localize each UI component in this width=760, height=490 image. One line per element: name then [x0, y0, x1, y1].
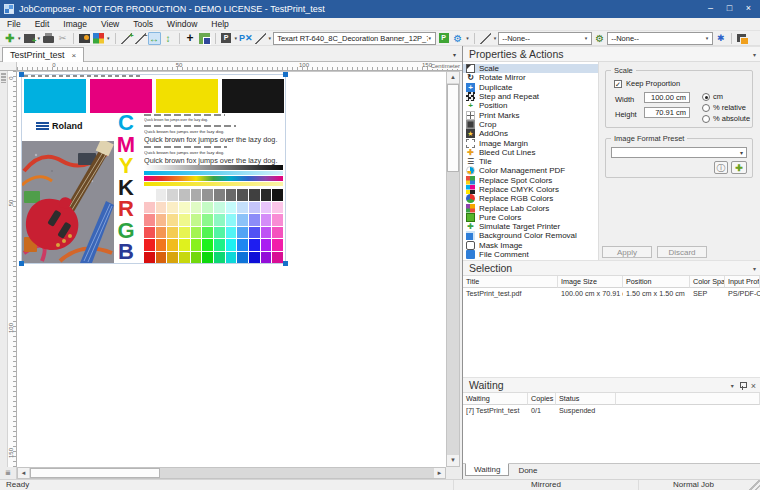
tab-list-chevron[interactable]: ▾: [453, 51, 456, 58]
prop-item-pure-colors[interactable]: Pure Colors: [463, 213, 598, 222]
hotfolder-preset-select[interactable]: --None-- ▾: [498, 32, 592, 45]
selection-handle-bl[interactable]: [19, 261, 24, 266]
tools-button[interactable]: ✂: [56, 32, 69, 45]
fit-width-button[interactable]: ↔: [148, 32, 161, 45]
selection-handle-tr[interactable]: [283, 72, 288, 77]
prop-item-image-margin[interactable]: Image Margin: [463, 138, 598, 147]
panel-menu-chevron-icon[interactable]: ▾: [753, 48, 756, 62]
prop-item-bleed-cut-lines[interactable]: Bleed Cut Lines: [463, 148, 598, 157]
table-cell[interactable]: 1.50 cm x 1.50 cm: [623, 288, 690, 300]
prop-item-step-repeat[interactable]: Step and Repeat: [463, 92, 598, 101]
menu-edit[interactable]: Edit: [28, 18, 57, 30]
column-header[interactable]: Waiting: [463, 393, 528, 405]
fit-page-button[interactable]: [198, 32, 211, 45]
color-swatches-caret[interactable]: ▾: [107, 35, 110, 41]
horizontal-scrollbar[interactable]: ◄ ►: [17, 467, 446, 479]
width-field[interactable]: [644, 92, 690, 103]
column-header[interactable]: Status: [556, 393, 616, 405]
menu-help[interactable]: Help: [204, 18, 235, 30]
table-cell[interactable]: 0/1: [528, 405, 556, 417]
column-header[interactable]: Title: [463, 276, 558, 288]
pin-icon[interactable]: [739, 382, 746, 390]
selection-handle-tl[interactable]: [19, 72, 24, 77]
column-header[interactable]: [616, 393, 760, 405]
apply-button[interactable]: Apply: [602, 246, 652, 258]
table-cell[interactable]: SEP: [690, 288, 725, 300]
cut-settings-button[interactable]: ✱: [714, 32, 727, 45]
printer-preset-select[interactable]: Texart RT-640_8C_Decoration Banner_12P_7…: [273, 32, 436, 45]
preset-info-button[interactable]: ⓘ: [714, 161, 728, 174]
hotfolder-wand-caret[interactable]: ▾: [494, 35, 497, 41]
add-image-button[interactable]: [23, 32, 36, 45]
table-cell[interactable]: [7] TestPrint_test: [463, 405, 528, 417]
unit-cm-radio[interactable]: [702, 93, 710, 101]
table-cell[interactable]: PS/PDF-CMS: [725, 288, 760, 300]
preset-add-button[interactable]: ✚: [731, 161, 747, 174]
scroll-right-arrow[interactable]: ►: [434, 468, 445, 478]
apply-preset-button[interactable]: [437, 32, 450, 45]
vertical-scroll-thumb[interactable]: [447, 84, 459, 172]
preset-wand-caret[interactable]: ▾: [269, 35, 272, 41]
table-cell[interactable]: TestPrint_test.pdf: [463, 288, 558, 300]
panel-menu-chevron-icon[interactable]: ▾: [753, 262, 756, 276]
menu-view[interactable]: View: [94, 18, 126, 30]
settings-button[interactable]: ⚙: [593, 32, 606, 45]
minimize-button[interactable]: –: [701, 2, 720, 16]
resize-grip[interactable]: [748, 480, 760, 490]
prop-item-position[interactable]: Position: [463, 101, 598, 110]
new-job-menu-caret[interactable]: ▾: [18, 35, 21, 41]
prop-item-addons[interactable]: AddOns: [463, 129, 598, 138]
close-button[interactable]: ×: [739, 2, 758, 16]
table-cell[interactable]: [616, 405, 760, 417]
image-format-preset-select[interactable]: ▾: [611, 147, 747, 158]
print-queue-caret[interactable]: ▾: [235, 35, 238, 41]
prop-item-replace-rgb[interactable]: Replace RGB Colors: [463, 194, 598, 203]
column-header[interactable]: Image Size: [558, 276, 623, 288]
menu-image[interactable]: Image: [56, 18, 94, 30]
table-cell[interactable]: 100.00 cm x 70.91 cm: [558, 288, 623, 300]
column-header[interactable]: Position: [623, 276, 690, 288]
unit-percent-absolute-radio[interactable]: [702, 115, 710, 123]
column-header[interactable]: Color Space: [690, 276, 725, 288]
new-job-button[interactable]: ✚: [3, 32, 16, 45]
layout-canvas[interactable]: Roland CMYKRGB: [17, 71, 446, 467]
scroll-down-arrow[interactable]: ▼: [447, 455, 459, 466]
zoom-in-button[interactable]: [120, 32, 133, 45]
rip-cancel-button[interactable]: [239, 32, 253, 45]
prop-item-rotate-mirror[interactable]: Rotate Mirror: [463, 73, 598, 82]
prop-item-bg-removal[interactable]: Background Color Removal: [463, 231, 598, 240]
prop-item-mask-image[interactable]: Mask Image: [463, 241, 598, 250]
prop-item-replace-lab[interactable]: Replace Lab Colors: [463, 203, 598, 212]
cut-preset-select[interactable]: --None-- ▾: [607, 32, 713, 45]
document-tab[interactable]: TestPrint_test ×: [2, 47, 84, 62]
keep-proportion-checkbox[interactable]: [614, 80, 622, 88]
selection-handle-br[interactable]: [283, 261, 288, 266]
menu-file[interactable]: File: [0, 18, 28, 30]
prop-item-duplicate[interactable]: Duplicate: [463, 83, 598, 92]
prop-item-print-marks[interactable]: Print Marks: [463, 110, 598, 119]
prop-item-scale[interactable]: Scale: [463, 64, 598, 73]
column-header[interactable]: Input Profile: [725, 276, 760, 288]
placed-image[interactable]: Roland CMYKRGB: [22, 75, 285, 263]
maximize-button[interactable]: □: [720, 2, 739, 16]
prop-item-crop[interactable]: Crop: [463, 120, 598, 129]
color-swatches-button[interactable]: [92, 32, 105, 45]
tab-close-icon[interactable]: ×: [72, 51, 77, 60]
page-nav-box[interactable]: ≣: [0, 467, 17, 479]
zoom-out-button[interactable]: [134, 32, 147, 45]
scroll-up-arrow[interactable]: ▲: [447, 72, 459, 83]
prop-item-simulate-target[interactable]: Simulate Target Printer: [463, 222, 598, 231]
table-cell[interactable]: Suspended: [556, 405, 616, 417]
menu-tools[interactable]: Tools: [126, 18, 160, 30]
print-button[interactable]: [42, 32, 55, 45]
height-field[interactable]: [644, 107, 690, 118]
preset-wand-button[interactable]: [254, 32, 267, 45]
horizontal-scroll-thumb[interactable]: [30, 468, 160, 478]
preview-button[interactable]: [78, 32, 91, 45]
scroll-left-arrow[interactable]: ◄: [18, 468, 29, 478]
queue-tab-done[interactable]: Done: [509, 464, 546, 477]
panel-menu-chevron-icon[interactable]: ▾: [731, 379, 734, 393]
print-queue-button[interactable]: [220, 32, 233, 45]
hotfolder-wand-button[interactable]: [479, 32, 492, 45]
color-settings-caret[interactable]: ▾: [466, 35, 469, 41]
